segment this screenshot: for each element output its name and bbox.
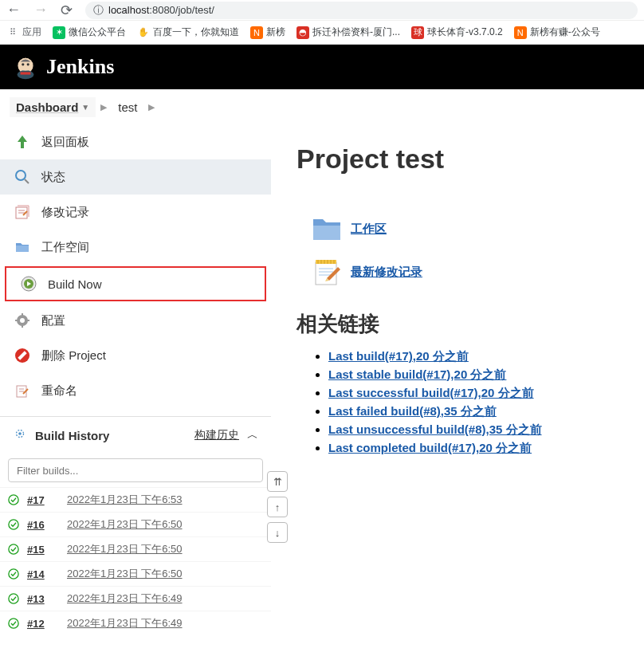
build-row[interactable]: #142022年1月23日 下午6:50 xyxy=(0,561,271,586)
svg-rect-5 xyxy=(21,72,31,74)
sidebar-item-delete[interactable]: 删除 Project xyxy=(0,338,271,373)
bookmark-wechat[interactable]: ✶微信公众平台 xyxy=(53,26,126,39)
sidebar-item-rename[interactable]: 重命名 xyxy=(0,373,271,408)
breadcrumb-dashboard[interactable]: Dashboard ▼ xyxy=(10,97,96,117)
build-number[interactable]: #17 xyxy=(27,494,59,506)
svg-point-6 xyxy=(16,171,26,180)
related-links-list: Last build(#17),20 分之前Last stable build(… xyxy=(296,349,618,456)
success-icon xyxy=(8,519,19,530)
search-icon xyxy=(14,169,30,185)
apps-icon: ⠿ xyxy=(6,26,19,39)
sidebar-item-configure[interactable]: 配置 xyxy=(0,303,271,338)
svg-point-14 xyxy=(20,318,25,323)
build-icon xyxy=(21,276,37,292)
main-content: Project test 工作区 最新修改记录 相关链接 Last build(… xyxy=(271,124,644,668)
build-date[interactable]: 2022年1月23日 下午6:49 xyxy=(67,591,183,606)
address-bar[interactable]: ⓘ localhost:8080/job/test/ xyxy=(85,2,638,19)
sidebar-item-workspace[interactable]: 工作空间 xyxy=(0,230,271,265)
doc-icon: ◓ xyxy=(296,26,309,39)
build-number[interactable]: #16 xyxy=(27,519,59,531)
bookmark-demolition[interactable]: ◓拆迁补偿资料-厦门... xyxy=(296,26,400,39)
scroll-top-button[interactable]: ⇈ xyxy=(267,471,288,492)
build-date[interactable]: 2022年1月23日 下午6:53 xyxy=(67,493,183,507)
rename-icon xyxy=(14,383,30,399)
related-link[interactable]: Last stable build(#17),20 分之前 xyxy=(328,367,506,381)
breadcrumb-job[interactable]: test xyxy=(112,97,143,117)
folder-icon xyxy=(14,239,30,255)
build-date[interactable]: 2022年1月23日 下午6:49 xyxy=(67,616,183,631)
svg-point-4 xyxy=(27,63,29,65)
related-link-item: Last completed build(#17),20 分之前 xyxy=(328,441,618,456)
chevron-down-icon: ▼ xyxy=(81,103,89,112)
related-link-item: Last failed build(#8),35 分之前 xyxy=(328,404,618,419)
related-link-item: Last unsuccessful build(#8),35 分之前 xyxy=(328,422,618,438)
builds-list: #172022年1月23日 下午6:53#162022年1月23日 下午6:50… xyxy=(0,487,271,635)
scroll-up-button[interactable]: ↑ xyxy=(267,497,288,517)
changes-icon xyxy=(14,204,30,220)
build-history-header: Build History 构建历史 ︿ xyxy=(0,416,271,454)
quicklink-latest-changes[interactable]: 最新修改记录 xyxy=(311,256,618,288)
related-link[interactable]: Last build(#17),20 分之前 xyxy=(328,349,469,363)
brand-name: Jenkins xyxy=(46,55,114,79)
build-number[interactable]: #15 xyxy=(27,544,59,556)
jenkins-header: Jenkins xyxy=(0,45,644,89)
svg-line-7 xyxy=(25,179,29,183)
sidebar-item-build-now[interactable]: Build Now xyxy=(5,266,266,301)
sidebar-item-status[interactable]: 状态 xyxy=(0,159,271,195)
url-host: localhost xyxy=(108,4,149,16)
svg-point-29 xyxy=(9,569,18,579)
sidebar-item-back[interactable]: 返回面板 xyxy=(0,124,271,159)
related-link-item: Last build(#17),20 分之前 xyxy=(328,349,618,364)
sidebar-item-changes[interactable]: 修改记录 xyxy=(0,195,271,230)
related-link[interactable]: Last failed build(#8),35 分之前 xyxy=(328,404,497,418)
svg-point-25 xyxy=(18,432,22,435)
related-link[interactable]: Last completed build(#17),20 分之前 xyxy=(328,441,532,454)
scroll-buttons: ⇈ ↑ ↓ xyxy=(267,471,288,543)
delete-icon xyxy=(14,348,30,363)
notepad-icon xyxy=(311,256,343,288)
chevron-right-icon: ▶ xyxy=(100,102,107,112)
reload-button[interactable]: ⟳ xyxy=(61,2,73,19)
svg-point-26 xyxy=(9,495,18,505)
build-date[interactable]: 2022年1月23日 下午6:50 xyxy=(67,567,183,581)
filter-builds-input[interactable] xyxy=(8,458,263,482)
sidebar: 返回面板 状态 修改记录 工作空间 Build Now 配置 删除 Projec… xyxy=(0,124,271,668)
page-title: Project test xyxy=(296,143,618,175)
success-icon xyxy=(8,494,19,505)
bookmark-xinbang2[interactable]: N新榜有赚-公众号 xyxy=(514,26,600,39)
forward-button[interactable]: → xyxy=(33,2,48,18)
success-icon xyxy=(8,568,19,580)
bookmark-xinbang[interactable]: N新榜 xyxy=(250,26,285,39)
svg-point-28 xyxy=(9,544,18,554)
build-row[interactable]: #122022年1月23日 下午6:49 xyxy=(0,611,271,635)
build-date[interactable]: 2022年1月23日 下午6:50 xyxy=(67,542,183,556)
related-link[interactable]: Last unsuccessful build(#8),35 分之前 xyxy=(328,422,542,436)
wechat-icon: ✶ xyxy=(53,26,65,39)
svg-point-30 xyxy=(9,594,18,603)
chevron-up-icon[interactable]: ︿ xyxy=(247,428,258,442)
quicklink-workspace[interactable]: 工作区 xyxy=(311,213,618,245)
build-row[interactable]: #172022年1月23日 下午6:53 xyxy=(0,487,271,512)
info-icon: ⓘ xyxy=(93,3,104,18)
xinbang-icon: N xyxy=(514,26,527,39)
svg-point-27 xyxy=(9,520,18,529)
related-link-item: Last successful build(#17),20 分之前 xyxy=(328,386,618,401)
build-row[interactable]: #132022年1月23日 下午6:49 xyxy=(0,586,271,611)
scroll-down-button[interactable]: ↓ xyxy=(267,522,288,543)
svg-rect-18 xyxy=(26,320,29,321)
build-number[interactable]: #14 xyxy=(27,568,59,580)
build-number[interactable]: #13 xyxy=(27,593,59,605)
build-number[interactable]: #12 xyxy=(27,618,59,630)
related-link[interactable]: Last successful build(#17),20 分之前 xyxy=(328,386,534,399)
build-row[interactable]: #152022年1月23日 下午6:50 xyxy=(0,536,271,561)
related-links-heading: 相关链接 xyxy=(296,310,618,338)
build-date[interactable]: 2022年1月23日 下午6:50 xyxy=(67,517,183,532)
bookmark-apps[interactable]: ⠿应用 xyxy=(6,26,41,39)
bookmark-baidu[interactable]: ✋百度一下，你就知道 xyxy=(137,26,239,39)
baidu-icon: ✋ xyxy=(137,26,150,39)
build-history-title: Build History xyxy=(35,429,109,442)
build-history-link[interactable]: 构建历史 xyxy=(194,428,239,442)
build-row[interactable]: #162022年1月23日 下午6:50 xyxy=(0,512,271,536)
bookmark-sports[interactable]: 球球长体育-v3.7.0.2 xyxy=(411,26,503,39)
back-button[interactable]: ← xyxy=(6,2,21,18)
